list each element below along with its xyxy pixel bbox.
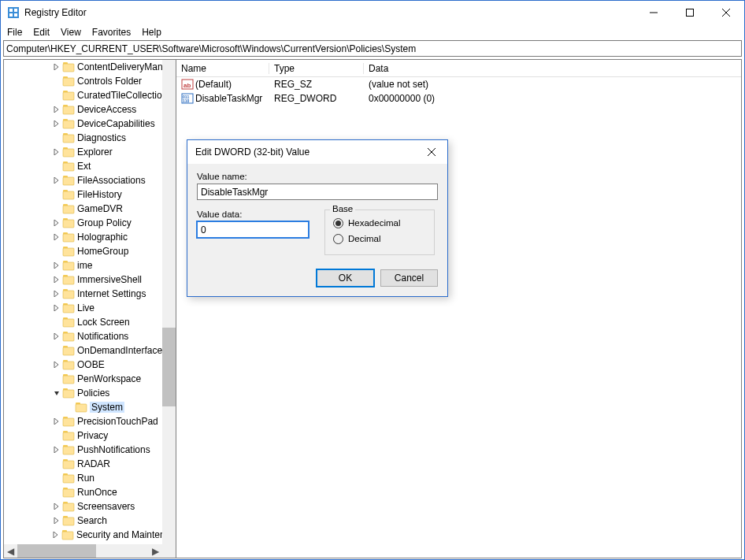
chevron-right-icon[interactable] [51, 291, 62, 297]
dialog-close-button[interactable] [416, 140, 447, 164]
tree-item[interactable]: Holographic [4, 230, 176, 244]
chevron-right-icon[interactable] [51, 106, 62, 113]
tree-item[interactable]: CuratedTileCollections [4, 88, 176, 102]
list-row[interactable]: 011110DisableTaskMgrREG_DWORD0x00000000 … [176, 91, 741, 106]
edit-dword-dialog: Edit DWORD (32-bit) Value Value name: Va… [187, 139, 448, 297]
tree-item[interactable]: Run [4, 471, 176, 485]
tree-item[interactable]: FileAssociations [4, 173, 176, 187]
column-type[interactable]: Type [269, 63, 364, 74]
tree-item-label: Lock Screen [77, 317, 130, 328]
value-data-input[interactable] [197, 221, 309, 238]
menu-favorites[interactable]: Favorites [92, 27, 131, 38]
tree-item[interactable]: Lock Screen [4, 315, 176, 329]
tree-item[interactable]: HomeGroup [4, 244, 176, 258]
cancel-button[interactable]: Cancel [380, 269, 438, 287]
tree-item[interactable]: Internet Settings [4, 287, 176, 301]
scrollbar-thumb[interactable] [162, 328, 176, 406]
value-name-input[interactable] [197, 184, 438, 200]
tree-item[interactable]: Security and Maintenan [4, 528, 176, 542]
tree-item[interactable]: ime [4, 258, 176, 273]
tree[interactable]: ContentDeliveryManagControls FolderCurat… [4, 60, 176, 542]
radio-hexadecimal[interactable]: Hexadecimal [333, 215, 426, 231]
tree-item[interactable]: Group Policy [4, 216, 176, 230]
scrollbar-thumb[interactable] [17, 544, 96, 558]
chevron-down-icon[interactable] [51, 390, 62, 396]
tree-item[interactable]: PushNotifications [4, 443, 176, 457]
chevron-right-icon[interactable] [51, 305, 62, 311]
svg-rect-36 [63, 248, 74, 256]
svg-rect-50 [63, 347, 74, 355]
close-button[interactable] [708, 1, 744, 24]
tree-item[interactable]: Screensavers [4, 499, 176, 514]
address-path: Computer\HKEY_CURRENT_USER\Software\Micr… [6, 43, 416, 54]
ok-button[interactable]: OK [317, 269, 374, 287]
chevron-right-icon[interactable] [51, 177, 62, 184]
menu-view[interactable]: View [61, 27, 81, 38]
chevron-right-icon[interactable] [51, 121, 62, 127]
tree-item[interactable]: Search [4, 514, 176, 528]
minimize-button[interactable] [636, 1, 672, 24]
chevron-right-icon[interactable] [51, 276, 62, 283]
tree-horizontal-scrollbar[interactable]: ◀ ▶ [4, 544, 162, 558]
value-data: 0x00000000 (0) [364, 93, 741, 104]
value-name: DisableTaskMgr [195, 93, 262, 104]
radio-dec-label: Decimal [348, 234, 381, 243]
chevron-right-icon[interactable] [51, 333, 62, 339]
tree-item[interactable]: GameDVR [4, 202, 176, 216]
tree-item[interactable]: Controls Folder [4, 74, 176, 88]
chevron-right-icon[interactable] [51, 418, 62, 425]
list-row[interactable]: ab(Default)REG_SZ(value not set) [176, 77, 741, 91]
chevron-right-icon[interactable] [51, 503, 62, 510]
list-body: ab(Default)REG_SZ(value not set)011110Di… [176, 77, 741, 106]
svg-rect-14 [63, 92, 74, 100]
tree-item[interactable]: Policies [4, 386, 176, 400]
tree-item[interactable]: DeviceCapabilities [4, 117, 176, 131]
chevron-right-icon[interactable] [51, 362, 62, 368]
svg-rect-20 [63, 135, 74, 143]
tree-item[interactable]: RADAR [4, 457, 176, 471]
column-data[interactable]: Data [364, 63, 741, 74]
folder-icon [62, 146, 75, 158]
chevron-right-icon[interactable] [51, 447, 62, 453]
chevron-right-icon[interactable] [51, 64, 62, 70]
chevron-right-icon[interactable] [51, 220, 62, 226]
tree-item[interactable]: Explorer [4, 145, 176, 159]
tree-item[interactable]: Privacy [4, 428, 176, 443]
tree-item[interactable]: PenWorkspace [4, 372, 176, 386]
radio-decimal[interactable]: Decimal [333, 231, 426, 247]
menu-edit[interactable]: Edit [33, 27, 50, 38]
tree-item-label: ime [77, 260, 92, 271]
chevron-right-icon[interactable] [51, 262, 62, 269]
chevron-right-icon[interactable] [51, 517, 62, 524]
tree-item-label: DeviceCapabilities [77, 118, 155, 129]
dialog-titlebar[interactable]: Edit DWORD (32-bit) Value [187, 140, 447, 164]
folder-icon [62, 288, 75, 299]
tree-item[interactable]: FileHistory [4, 187, 176, 202]
chevron-right-icon[interactable] [51, 234, 62, 240]
tree-item[interactable]: PrecisionTouchPad [4, 414, 176, 428]
tree-item[interactable]: RunOnce [4, 485, 176, 499]
tree-item[interactable]: ImmersiveShell [4, 273, 176, 287]
chevron-right-icon[interactable] [51, 149, 62, 155]
tree-item[interactable]: OnDemandInterfaceCa [4, 343, 176, 358]
tree-item[interactable]: Notifications [4, 329, 176, 343]
maximize-button[interactable] [672, 1, 708, 24]
tree-item[interactable]: System [4, 400, 176, 414]
tree-item[interactable]: DeviceAccess [4, 102, 176, 117]
tree-item[interactable]: Diagnostics [4, 131, 176, 145]
tree-item[interactable]: ContentDeliveryManag [4, 60, 176, 74]
scroll-right-arrow[interactable]: ▶ [149, 544, 162, 558]
chevron-right-icon[interactable] [51, 532, 61, 538]
address-bar[interactable]: Computer\HKEY_CURRENT_USER\Software\Micr… [3, 40, 742, 57]
column-name[interactable]: Name [176, 63, 269, 74]
folder-icon [62, 302, 75, 313]
folder-icon [75, 402, 87, 413]
scroll-left-arrow[interactable]: ◀ [4, 544, 17, 558]
tree-item[interactable]: OOBE [4, 358, 176, 372]
menu-help[interactable]: Help [142, 27, 161, 38]
menu-file[interactable]: File [7, 27, 22, 38]
tree-item[interactable]: Ext [4, 159, 176, 173]
tree-vertical-scrollbar[interactable] [162, 60, 176, 544]
folder-icon [62, 232, 75, 243]
tree-item[interactable]: Live [4, 301, 176, 315]
